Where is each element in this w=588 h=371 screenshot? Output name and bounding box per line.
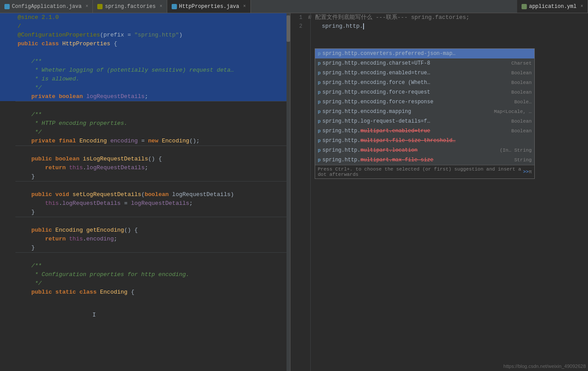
ac-suffix-3: encoding.enabled=true…	[360, 70, 430, 76]
autocomplete-item-11[interactable]: p spring.http.multipart.location (In… St…	[315, 145, 534, 155]
code-line-24	[0, 217, 290, 226]
autocomplete-item-4[interactable]: p spring.http.encoding.force (Wheth… Boo…	[315, 78, 534, 87]
ac-badge-2: p	[318, 61, 321, 66]
code-line-25: public Encoding getEncoding() {	[0, 226, 290, 235]
code-line-3: @ConfigurationProperties(prefix = "sprin…	[0, 31, 290, 40]
ac-prefix-6: spring.http.	[323, 99, 360, 105]
autocomplete-item-2[interactable]: p spring.http.encoding.charset=UTF-8 Cha…	[315, 58, 534, 68]
ac-suffix-8: log-request-details=f…	[360, 118, 430, 124]
tab-label-yml: application.yml	[529, 4, 577, 10]
line-content-2: /	[15, 22, 290, 31]
ac-match-10: multipart.file-size-threshold…	[360, 138, 456, 144]
ac-badge-12: p	[318, 157, 321, 163]
left-editor-panel: @since 2.1.0 / @ConfigurationProperties(…	[0, 13, 290, 371]
code-line-30: * Configuration properties for http enco…	[0, 270, 290, 279]
code-line-19: }	[0, 172, 290, 181]
line-content-9: */	[15, 84, 290, 92]
ac-suffix-5: encoding.force-request	[360, 89, 430, 95]
ac-type-7: Map<Locale, …	[494, 109, 532, 114]
autocomplete-item-1[interactable]: p spring.http.converters.preferred-json-…	[315, 49, 534, 58]
line-content-25: public Encoding getEncoding() {	[15, 226, 290, 235]
ac-badge-3: p	[318, 70, 321, 76]
tab-close-config[interactable]: ×	[85, 4, 88, 9]
code-line-26: return this.encoding;	[0, 235, 290, 244]
autocomplete-item-8[interactable]: p spring.http.log-request-details=f… Boo…	[315, 116, 534, 126]
code-line-1: @since 2.1.0	[0, 13, 290, 22]
yaml-line-content-2: spring.http.	[306, 22, 588, 31]
tab-close-yml[interactable]: ×	[581, 4, 583, 9]
ac-badge-8: p	[318, 119, 321, 124]
ac-prefix-7: spring.http.	[323, 109, 360, 115]
ac-prefix-9: spring.http.	[323, 128, 360, 134]
line-content-22: this.logRequestDetails = logRequestDetai…	[15, 199, 290, 208]
autocomplete-item-10[interactable]: p spring.http.multipart.file-size-thresh…	[315, 136, 534, 145]
java-icon	[4, 4, 10, 9]
tab-spring-factories[interactable]: spring.factories ×	[93, 0, 167, 13]
tab-close-factories[interactable]: ×	[160, 4, 162, 9]
ac-match-12: multipart.max-file-size	[360, 157, 434, 163]
line-content-6: /**	[15, 57, 290, 66]
ac-prefix-4: spring.http.	[323, 80, 360, 86]
yaml-line-content-1: # 配置文件到底能写什么 ---联系--- spring.factories;	[306, 13, 588, 22]
code-line-4: public class HttpProperties {	[0, 40, 290, 48]
code-line-32: public static class Encoding {	[0, 288, 290, 297]
ac-prefix-12: spring.http.	[323, 157, 360, 163]
ac-prefix-2: spring.http.	[323, 60, 360, 66]
line-content-18: return this.logRequestDetails;	[15, 164, 290, 172]
ac-type-3: Boolean	[511, 70, 532, 76]
line-content-27: }	[15, 244, 290, 252]
ac-suffix-4: encoding.force (Wheth…	[360, 80, 430, 86]
code-line-31: */	[0, 279, 290, 288]
yaml-line-2: 2 spring.http.	[290, 22, 588, 31]
line-content-23: }	[15, 208, 290, 217]
autocomplete-item-5[interactable]: p spring.http.encoding.force-request Boo…	[315, 87, 534, 97]
ac-prefix-10: spring.http.	[323, 138, 360, 144]
autocomplete-item-6[interactable]: p spring.http.encoding.force-response Bo…	[315, 97, 534, 107]
ac-type-9: Boolean	[511, 128, 532, 134]
ac-match-9: multipart.enabled=true	[360, 128, 430, 134]
autocomplete-item-3[interactable]: p spring.http.encoding.enabled=true… Boo…	[315, 68, 534, 78]
code-line-8: * is allowed.	[0, 75, 290, 84]
ac-badge-5: p	[318, 90, 321, 95]
code-line-18: return this.logRequestDetails;	[0, 164, 290, 172]
autocomplete-popup[interactable]: p spring.http.converters.preferred-json-…	[315, 48, 535, 179]
line-content-28	[15, 253, 290, 262]
ac-type-12: String	[514, 157, 532, 163]
right-editor-panel: 1 # 配置文件到底能写什么 ---联系--- spring.factories…	[290, 13, 588, 371]
code-line-9: */	[0, 84, 290, 92]
code-line-13: * HTTP encoding properties.	[0, 119, 290, 128]
ac-badge-1: p	[318, 51, 321, 56]
line-content-19: }	[15, 172, 290, 181]
line-content-29: /**	[15, 262, 290, 270]
line-content-16	[15, 146, 290, 155]
yml-icon	[522, 4, 527, 9]
tab-http-properties[interactable]: HttpProperties.java ×	[167, 0, 251, 13]
tab-close-http[interactable]: ×	[243, 4, 246, 9]
line-content-12: /**	[15, 110, 290, 119]
autocomplete-hint-link[interactable]: >>	[523, 169, 529, 175]
line-content-10: private boolean logRequestDetails;	[15, 92, 290, 101]
line-content-4: public class HttpProperties {	[15, 40, 290, 48]
line-content-21: public void setLogRequestDetails(boolean…	[15, 190, 290, 199]
autocomplete-hint-bar: Press Ctrl+. to choose the selected (or …	[315, 165, 534, 178]
left-scroll-thumb[interactable]	[287, 15, 290, 42]
tab-spacer	[251, 0, 517, 13]
line-content-13: * HTTP encoding properties.	[15, 119, 290, 128]
line-content-24	[15, 217, 290, 226]
java-code-editor[interactable]: @since 2.1.0 / @ConfigurationProperties(…	[0, 13, 290, 371]
tab-config-app[interactable]: ConfigApplication.java ×	[0, 0, 93, 13]
tab-application-yml[interactable]: application.yml ×	[517, 0, 588, 13]
java-icon-active	[172, 4, 177, 9]
code-line-15: private final Encoding encoding = new En…	[0, 137, 290, 145]
ac-suffix-1: converters.preferred-json-map…	[360, 51, 456, 57]
line-content-30: * Configuration properties for http enco…	[15, 270, 290, 279]
ac-badge-6: p	[318, 99, 321, 105]
code-line-21: public void setLogRequestDetails(boolean…	[0, 190, 290, 199]
yaml-key-spring: spring.http.	[308, 23, 363, 29]
autocomplete-item-9[interactable]: p spring.http.multipart.enabled=true Boo…	[315, 126, 534, 136]
ac-type-4: Boolean	[511, 80, 532, 85]
line-content-26: return this.encoding;	[15, 235, 290, 244]
autocomplete-item-7[interactable]: p spring.http.encoding.mapping Map<Local…	[315, 107, 534, 116]
autocomplete-item-12[interactable]: p spring.http.multipart.max-file-size St…	[315, 155, 534, 165]
left-scrollbar[interactable]	[287, 13, 290, 371]
